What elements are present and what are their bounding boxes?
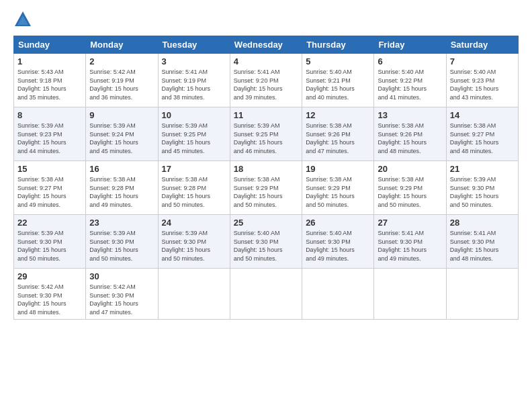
day-info: Sunrise: 5:38 AM Sunset: 9:27 PM Dayligh… xyxy=(450,122,515,155)
day-number: 3 xyxy=(162,56,226,66)
day-info: Sunrise: 5:38 AM Sunset: 9:29 PM Dayligh… xyxy=(306,175,370,209)
day-cell: 11Sunrise: 5:39 AM Sunset: 9:25 PM Dayli… xyxy=(230,107,302,161)
day-info: Sunrise: 5:41 AM Sunset: 9:20 PM Dayligh… xyxy=(234,68,298,101)
day-cell: 24Sunrise: 5:39 AM Sunset: 9:30 PM Dayli… xyxy=(158,215,230,269)
day-cell xyxy=(374,269,446,320)
day-number: 17 xyxy=(162,164,226,174)
day-info: Sunrise: 5:38 AM Sunset: 9:29 PM Dayligh… xyxy=(378,175,442,209)
day-number: 10 xyxy=(162,110,226,120)
day-cell: 13Sunrise: 5:38 AM Sunset: 9:26 PM Dayli… xyxy=(374,107,446,161)
week-row-2: 8Sunrise: 5:39 AM Sunset: 9:23 PM Daylig… xyxy=(14,107,519,161)
day-info: Sunrise: 5:39 AM Sunset: 9:30 PM Dayligh… xyxy=(17,229,82,263)
day-info: Sunrise: 5:38 AM Sunset: 9:26 PM Dayligh… xyxy=(378,122,442,155)
day-info: Sunrise: 5:40 AM Sunset: 9:30 PM Dayligh… xyxy=(234,229,298,263)
day-info: Sunrise: 5:43 AM Sunset: 9:18 PM Dayligh… xyxy=(17,68,82,101)
day-info: Sunrise: 5:39 AM Sunset: 9:25 PM Dayligh… xyxy=(234,122,298,155)
day-cell: 23Sunrise: 5:39 AM Sunset: 9:30 PM Dayli… xyxy=(86,215,158,269)
day-info: Sunrise: 5:40 AM Sunset: 9:21 PM Dayligh… xyxy=(306,68,370,101)
day-number: 15 xyxy=(17,164,82,174)
header-cell-monday: Monday xyxy=(86,36,158,54)
day-cell: 6Sunrise: 5:40 AM Sunset: 9:22 PM Daylig… xyxy=(374,54,446,107)
day-number: 30 xyxy=(89,271,154,281)
day-number: 21 xyxy=(450,164,515,174)
day-number: 19 xyxy=(306,164,370,174)
day-number: 23 xyxy=(89,218,154,228)
day-number: 4 xyxy=(234,56,298,66)
day-cell: 12Sunrise: 5:38 AM Sunset: 9:26 PM Dayli… xyxy=(302,107,374,161)
day-number: 7 xyxy=(450,56,515,66)
day-cell xyxy=(302,269,374,320)
day-info: Sunrise: 5:39 AM Sunset: 9:30 PM Dayligh… xyxy=(450,175,515,209)
day-cell: 2Sunrise: 5:42 AM Sunset: 9:19 PM Daylig… xyxy=(86,54,158,107)
day-number: 6 xyxy=(378,56,442,66)
day-info: Sunrise: 5:41 AM Sunset: 9:19 PM Dayligh… xyxy=(162,68,226,101)
day-cell xyxy=(230,269,302,320)
day-info: Sunrise: 5:38 AM Sunset: 9:27 PM Dayligh… xyxy=(17,175,82,209)
day-cell: 16Sunrise: 5:38 AM Sunset: 9:28 PM Dayli… xyxy=(86,161,158,215)
header-cell-wednesday: Wednesday xyxy=(230,36,302,54)
header-row: SundayMondayTuesdayWednesdayThursdayFrid… xyxy=(14,36,519,54)
header-cell-tuesday: Tuesday xyxy=(158,36,230,54)
week-row-3: 15Sunrise: 5:38 AM Sunset: 9:27 PM Dayli… xyxy=(14,161,519,215)
day-info: Sunrise: 5:40 AM Sunset: 9:22 PM Dayligh… xyxy=(378,68,442,101)
header-cell-saturday: Saturday xyxy=(446,36,518,54)
day-cell: 8Sunrise: 5:39 AM Sunset: 9:23 PM Daylig… xyxy=(14,107,86,161)
day-info: Sunrise: 5:38 AM Sunset: 9:28 PM Dayligh… xyxy=(162,175,226,209)
day-number: 8 xyxy=(17,110,82,120)
day-info: Sunrise: 5:41 AM Sunset: 9:30 PM Dayligh… xyxy=(378,229,442,263)
day-info: Sunrise: 5:42 AM Sunset: 9:19 PM Dayligh… xyxy=(89,68,154,101)
day-info: Sunrise: 5:40 AM Sunset: 9:30 PM Dayligh… xyxy=(306,229,370,263)
day-info: Sunrise: 5:39 AM Sunset: 9:30 PM Dayligh… xyxy=(162,229,226,263)
day-cell: 9Sunrise: 5:39 AM Sunset: 9:24 PM Daylig… xyxy=(86,107,158,161)
day-number: 29 xyxy=(17,271,82,281)
day-cell xyxy=(158,269,230,320)
day-number: 14 xyxy=(450,110,515,120)
header-cell-sunday: Sunday xyxy=(14,36,86,54)
day-info: Sunrise: 5:42 AM Sunset: 9:30 PM Dayligh… xyxy=(17,283,82,316)
day-info: Sunrise: 5:41 AM Sunset: 9:30 PM Dayligh… xyxy=(450,229,515,263)
day-cell: 17Sunrise: 5:38 AM Sunset: 9:28 PM Dayli… xyxy=(158,161,230,215)
week-row-1: 1Sunrise: 5:43 AM Sunset: 9:18 PM Daylig… xyxy=(14,54,519,107)
day-cell: 26Sunrise: 5:40 AM Sunset: 9:30 PM Dayli… xyxy=(302,215,374,269)
header-cell-thursday: Thursday xyxy=(302,36,374,54)
day-number: 1 xyxy=(17,56,82,66)
day-number: 18 xyxy=(234,164,298,174)
day-number: 5 xyxy=(306,56,370,66)
day-number: 12 xyxy=(306,110,370,120)
day-cell: 3Sunrise: 5:41 AM Sunset: 9:19 PM Daylig… xyxy=(158,54,230,107)
day-cell xyxy=(446,269,518,320)
day-cell: 21Sunrise: 5:39 AM Sunset: 9:30 PM Dayli… xyxy=(446,161,518,215)
day-cell: 30Sunrise: 5:42 AM Sunset: 9:30 PM Dayli… xyxy=(86,269,158,320)
day-cell: 18Sunrise: 5:38 AM Sunset: 9:29 PM Dayli… xyxy=(230,161,302,215)
calendar-page: SundayMondayTuesdayWednesdayThursdayFrid… xyxy=(0,0,532,411)
day-cell: 22Sunrise: 5:39 AM Sunset: 9:30 PM Dayli… xyxy=(14,215,86,269)
day-number: 28 xyxy=(450,218,515,228)
day-number: 16 xyxy=(89,164,154,174)
page-header xyxy=(13,10,519,29)
day-number: 24 xyxy=(162,218,226,228)
day-number: 2 xyxy=(89,56,154,66)
day-cell: 5Sunrise: 5:40 AM Sunset: 9:21 PM Daylig… xyxy=(302,54,374,107)
day-cell: 29Sunrise: 5:42 AM Sunset: 9:30 PM Dayli… xyxy=(14,269,86,320)
day-cell: 15Sunrise: 5:38 AM Sunset: 9:27 PM Dayli… xyxy=(14,161,86,215)
day-cell: 4Sunrise: 5:41 AM Sunset: 9:20 PM Daylig… xyxy=(230,54,302,107)
logo xyxy=(13,10,35,29)
day-number: 27 xyxy=(378,218,442,228)
day-cell: 27Sunrise: 5:41 AM Sunset: 9:30 PM Dayli… xyxy=(374,215,446,269)
day-cell: 28Sunrise: 5:41 AM Sunset: 9:30 PM Dayli… xyxy=(446,215,518,269)
week-row-5: 29Sunrise: 5:42 AM Sunset: 9:30 PM Dayli… xyxy=(14,269,519,320)
day-info: Sunrise: 5:39 AM Sunset: 9:25 PM Dayligh… xyxy=(162,122,226,155)
day-info: Sunrise: 5:38 AM Sunset: 9:29 PM Dayligh… xyxy=(234,175,298,209)
day-cell: 1Sunrise: 5:43 AM Sunset: 9:18 PM Daylig… xyxy=(14,54,86,107)
day-info: Sunrise: 5:42 AM Sunset: 9:30 PM Dayligh… xyxy=(89,283,154,316)
day-cell: 14Sunrise: 5:38 AM Sunset: 9:27 PM Dayli… xyxy=(446,107,518,161)
week-row-4: 22Sunrise: 5:39 AM Sunset: 9:30 PM Dayli… xyxy=(14,215,519,269)
logo-icon xyxy=(13,10,32,29)
day-number: 11 xyxy=(234,110,298,120)
day-cell: 10Sunrise: 5:39 AM Sunset: 9:25 PM Dayli… xyxy=(158,107,230,161)
header-cell-friday: Friday xyxy=(374,36,446,54)
day-info: Sunrise: 5:39 AM Sunset: 9:24 PM Dayligh… xyxy=(89,122,154,155)
day-cell: 25Sunrise: 5:40 AM Sunset: 9:30 PM Dayli… xyxy=(230,215,302,269)
calendar-table: SundayMondayTuesdayWednesdayThursdayFrid… xyxy=(13,36,519,320)
day-number: 9 xyxy=(89,110,154,120)
